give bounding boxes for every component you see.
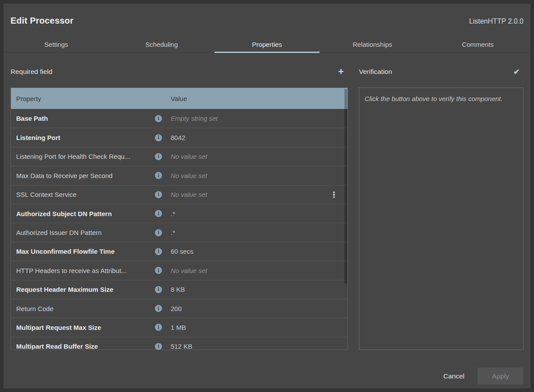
table-header-row: Property Value bbox=[11, 88, 348, 109]
property-value[interactable]: 512 KB bbox=[171, 343, 192, 350]
checkmark-icon: ✔ bbox=[513, 68, 520, 76]
property-value[interactable]: .* bbox=[171, 210, 175, 217]
tab-bar: Settings Scheduling Properties Relations… bbox=[4, 37, 530, 52]
info-icon[interactable]: i bbox=[155, 191, 162, 198]
property-row: Max Unconfirmed Flowfile Time i 60 secs bbox=[11, 242, 348, 261]
property-value[interactable]: No value set bbox=[171, 153, 207, 160]
property-name: Base Path bbox=[11, 115, 155, 122]
info-icon[interactable]: i bbox=[155, 248, 162, 255]
info-icon[interactable]: i bbox=[155, 210, 162, 217]
property-row: Multipart Read Buffer Size i 512 KB bbox=[11, 337, 348, 350]
tab-label: Settings bbox=[44, 41, 68, 48]
info-icon[interactable]: i bbox=[155, 115, 162, 122]
property-value[interactable]: No value set bbox=[171, 191, 207, 198]
plus-icon: + bbox=[338, 67, 344, 77]
dialog-title: Edit Processor bbox=[11, 16, 74, 26]
info-icon[interactable]: i bbox=[155, 305, 162, 312]
info-icon[interactable]: i bbox=[155, 172, 162, 179]
property-row: Authorized Issuer DN Pattern i .* bbox=[11, 223, 348, 242]
info-icon[interactable]: i bbox=[155, 229, 162, 236]
tab-label: Relationships bbox=[353, 41, 392, 48]
verification-panel: Verification ✔ Click the button above to… bbox=[359, 64, 523, 350]
verification-label: Verification bbox=[359, 68, 392, 76]
tab-label: Comments bbox=[462, 41, 494, 48]
property-name: Listening Port for Health Check Requ... bbox=[11, 153, 155, 160]
property-name: Return Code bbox=[11, 305, 155, 312]
property-name: HTTP Headers to receive as Attribut... bbox=[11, 267, 155, 274]
property-value[interactable]: .* bbox=[171, 229, 175, 236]
verification-message: Click the button above to verify this co… bbox=[365, 94, 518, 104]
property-value[interactable]: 200 bbox=[171, 305, 182, 312]
property-row: Listening Port i 8042 bbox=[11, 128, 348, 147]
property-row: Base Path i Empty string set bbox=[11, 109, 348, 128]
dialog-header: Edit Processor ListenHTTP 2.0.0 bbox=[11, 16, 523, 26]
property-value[interactable]: 8042 bbox=[171, 134, 185, 141]
property-name: Authorized Issuer DN Pattern bbox=[11, 229, 155, 236]
tab-scheduling[interactable]: Scheduling bbox=[109, 37, 214, 52]
property-value[interactable]: 8 KB bbox=[171, 286, 185, 293]
cancel-button[interactable]: Cancel bbox=[441, 369, 467, 384]
property-name: Max Data to Receive per Second bbox=[11, 172, 155, 179]
property-name: Multipart Read Buffer Size bbox=[11, 343, 155, 350]
properties-table: Property Value Base Path i Empty string … bbox=[11, 88, 348, 350]
property-row: Multipart Request Max Size i 1 MB bbox=[11, 318, 348, 336]
tab-comments[interactable]: Comments bbox=[425, 37, 530, 52]
tab-settings[interactable]: Settings bbox=[4, 37, 109, 52]
property-row: Return Code i 200 bbox=[11, 299, 348, 318]
property-value[interactable]: 1 MB bbox=[171, 324, 186, 331]
processor-type-version: ListenHTTP 2.0.0 bbox=[469, 18, 523, 25]
property-row: Request Header Maximum Size i 8 KB bbox=[11, 280, 348, 299]
property-row: Max Data to Receive per Second i No valu… bbox=[11, 166, 348, 185]
property-name: Authorized Subject DN Pattern bbox=[11, 210, 155, 217]
property-value[interactable]: No value set bbox=[171, 172, 207, 179]
column-header-value: Value bbox=[171, 95, 187, 102]
properties-panel-header: Required field + bbox=[11, 64, 348, 80]
property-value[interactable]: No value set bbox=[171, 267, 207, 274]
property-row: Listening Port for Health Check Requ... … bbox=[11, 147, 348, 166]
info-icon[interactable]: i bbox=[155, 286, 162, 293]
apply-button[interactable]: Apply bbox=[478, 368, 523, 385]
info-icon[interactable]: i bbox=[155, 267, 162, 274]
info-icon[interactable]: i bbox=[155, 324, 162, 331]
properties-panel: Required field + Property Value Base Pat… bbox=[11, 64, 348, 350]
column-header-property: Property bbox=[11, 95, 162, 102]
verification-results-box: Click the button above to verify this co… bbox=[359, 88, 523, 350]
edit-processor-dialog: Edit Processor ListenHTTP 2.0.0 Settings… bbox=[4, 4, 530, 388]
add-property-button[interactable]: + bbox=[335, 66, 347, 78]
property-name: SSL Context Service bbox=[11, 191, 155, 198]
property-name: Multipart Request Max Size bbox=[11, 324, 155, 331]
property-value[interactable]: 60 secs bbox=[171, 248, 193, 255]
properties-table-body: Base Path i Empty string set Listening P… bbox=[11, 109, 348, 350]
property-name: Listening Port bbox=[11, 134, 155, 141]
tab-properties[interactable]: Properties bbox=[214, 37, 320, 52]
property-name: Max Unconfirmed Flowfile Time bbox=[11, 248, 155, 255]
property-value[interactable]: Empty string set bbox=[171, 115, 218, 122]
dialog-footer: Cancel Apply bbox=[441, 368, 523, 385]
verification-panel-header: Verification ✔ bbox=[359, 64, 523, 80]
more-options-icon[interactable] bbox=[331, 191, 337, 199]
info-icon[interactable]: i bbox=[155, 134, 162, 141]
property-row: Authorized Subject DN Pattern i .* bbox=[11, 204, 348, 223]
tab-relationships[interactable]: Relationships bbox=[320, 37, 425, 52]
property-name: Request Header Maximum Size bbox=[11, 286, 155, 293]
tab-label: Properties bbox=[252, 41, 282, 48]
tab-label: Scheduling bbox=[145, 41, 178, 48]
property-row: SSL Context Service i No value set bbox=[11, 185, 348, 204]
verify-properties-button[interactable]: ✔ bbox=[510, 66, 523, 78]
required-field-label: Required field bbox=[11, 68, 53, 76]
vertical-scrollbar-thumb[interactable] bbox=[344, 89, 347, 284]
info-icon[interactable]: i bbox=[155, 153, 162, 160]
info-icon[interactable]: i bbox=[155, 343, 162, 350]
property-row: HTTP Headers to receive as Attribut... i… bbox=[11, 261, 348, 280]
